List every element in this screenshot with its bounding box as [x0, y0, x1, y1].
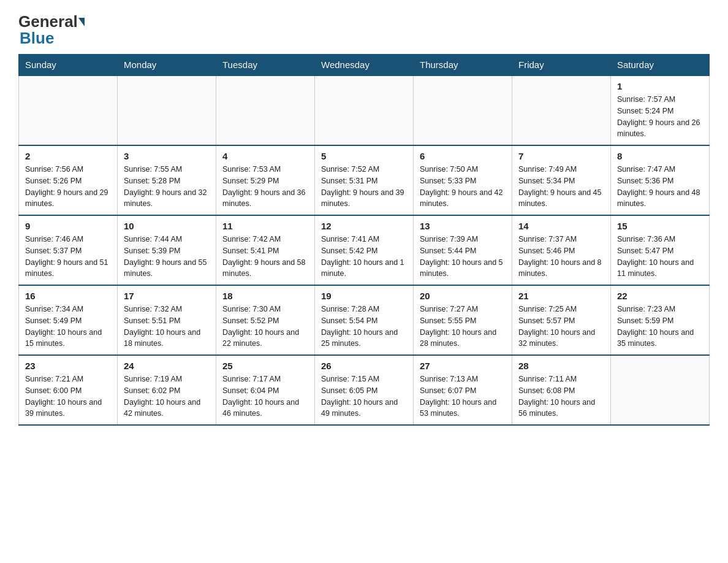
day-info: Sunrise: 7:50 AM Sunset: 5:33 PM Dayligh…: [420, 164, 506, 210]
calendar-cell: 16Sunrise: 7:34 AM Sunset: 5:49 PM Dayli…: [19, 285, 118, 355]
day-number: 25: [222, 361, 308, 371]
calendar-cell: 7Sunrise: 7:49 AM Sunset: 5:34 PM Daylig…: [512, 145, 611, 215]
column-header-wednesday: Wednesday: [315, 55, 414, 76]
day-info: Sunrise: 7:17 AM Sunset: 6:04 PM Dayligh…: [222, 373, 308, 419]
day-number: 10: [124, 221, 210, 231]
calendar-cell: [512, 75, 611, 145]
day-info: Sunrise: 7:37 AM Sunset: 5:46 PM Dayligh…: [518, 234, 604, 280]
day-number: 22: [617, 291, 703, 301]
calendar-week-row: 16Sunrise: 7:34 AM Sunset: 5:49 PM Dayli…: [19, 285, 710, 355]
calendar-cell: 9Sunrise: 7:46 AM Sunset: 5:37 PM Daylig…: [19, 215, 118, 285]
day-info: Sunrise: 7:41 AM Sunset: 5:42 PM Dayligh…: [321, 234, 407, 280]
day-info: Sunrise: 7:47 AM Sunset: 5:36 PM Dayligh…: [617, 164, 703, 210]
calendar-cell: 27Sunrise: 7:13 AM Sunset: 6:07 PM Dayli…: [414, 355, 512, 425]
day-number: 15: [617, 221, 703, 231]
calendar-cell: 12Sunrise: 7:41 AM Sunset: 5:42 PM Dayli…: [315, 215, 414, 285]
day-number: 9: [25, 221, 111, 231]
day-info: Sunrise: 7:42 AM Sunset: 5:41 PM Dayligh…: [222, 234, 308, 280]
day-number: 24: [124, 361, 210, 371]
calendar-header-row: SundayMondayTuesdayWednesdayThursdayFrid…: [19, 55, 710, 76]
column-header-monday: Monday: [118, 55, 216, 76]
calendar-cell: 14Sunrise: 7:37 AM Sunset: 5:46 PM Dayli…: [512, 215, 611, 285]
calendar-cell: 10Sunrise: 7:44 AM Sunset: 5:39 PM Dayli…: [118, 215, 216, 285]
day-number: 26: [321, 361, 407, 371]
day-info: Sunrise: 7:15 AM Sunset: 6:05 PM Dayligh…: [321, 373, 407, 419]
calendar-cell: 22Sunrise: 7:23 AM Sunset: 5:59 PM Dayli…: [611, 285, 710, 355]
calendar-cell: 13Sunrise: 7:39 AM Sunset: 5:44 PM Dayli…: [414, 215, 512, 285]
day-number: 11: [222, 221, 308, 231]
calendar-week-row: 2Sunrise: 7:56 AM Sunset: 5:26 PM Daylig…: [19, 145, 710, 215]
day-number: 2: [25, 151, 111, 161]
calendar-week-row: 23Sunrise: 7:21 AM Sunset: 6:00 PM Dayli…: [19, 355, 710, 425]
day-info: Sunrise: 7:19 AM Sunset: 6:02 PM Dayligh…: [124, 373, 210, 419]
calendar-cell: 23Sunrise: 7:21 AM Sunset: 6:00 PM Dayli…: [19, 355, 118, 425]
calendar-cell: [118, 75, 216, 145]
day-number: 8: [617, 151, 703, 161]
calendar-cell: 21Sunrise: 7:25 AM Sunset: 5:57 PM Dayli…: [512, 285, 611, 355]
calendar-cell: 5Sunrise: 7:52 AM Sunset: 5:31 PM Daylig…: [315, 145, 414, 215]
column-header-friday: Friday: [512, 55, 611, 76]
day-number: 20: [420, 291, 506, 301]
logo-triangle-icon: [78, 18, 85, 26]
day-info: Sunrise: 7:11 AM Sunset: 6:08 PM Dayligh…: [518, 373, 604, 419]
day-number: 5: [321, 151, 407, 161]
day-number: 4: [222, 151, 308, 161]
day-info: Sunrise: 7:28 AM Sunset: 5:54 PM Dayligh…: [321, 304, 407, 350]
day-info: Sunrise: 7:53 AM Sunset: 5:29 PM Dayligh…: [222, 164, 308, 210]
calendar-cell: 26Sunrise: 7:15 AM Sunset: 6:05 PM Dayli…: [315, 355, 414, 425]
day-number: 13: [420, 221, 506, 231]
calendar-cell: 3Sunrise: 7:55 AM Sunset: 5:28 PM Daylig…: [118, 145, 216, 215]
day-info: Sunrise: 7:44 AM Sunset: 5:39 PM Dayligh…: [124, 234, 210, 280]
day-number: 21: [518, 291, 604, 301]
day-number: 23: [25, 361, 111, 371]
calendar-table: SundayMondayTuesdayWednesdayThursdayFrid…: [18, 54, 710, 426]
logo-blue-part: Blue: [18, 29, 54, 48]
column-header-sunday: Sunday: [19, 55, 118, 76]
day-info: Sunrise: 7:25 AM Sunset: 5:57 PM Dayligh…: [518, 304, 604, 350]
calendar-cell: 11Sunrise: 7:42 AM Sunset: 5:41 PM Dayli…: [216, 215, 315, 285]
day-info: Sunrise: 7:39 AM Sunset: 5:44 PM Dayligh…: [420, 234, 506, 280]
calendar-cell: [414, 75, 512, 145]
logo: General Blue: [18, 12, 85, 48]
calendar-cell: 2Sunrise: 7:56 AM Sunset: 5:26 PM Daylig…: [19, 145, 118, 215]
calendar-cell: [611, 355, 710, 425]
day-info: Sunrise: 7:23 AM Sunset: 5:59 PM Dayligh…: [617, 304, 703, 350]
day-number: 7: [518, 151, 604, 161]
day-info: Sunrise: 7:57 AM Sunset: 5:24 PM Dayligh…: [617, 94, 703, 140]
day-info: Sunrise: 7:34 AM Sunset: 5:49 PM Dayligh…: [25, 304, 111, 350]
calendar-cell: 24Sunrise: 7:19 AM Sunset: 6:02 PM Dayli…: [118, 355, 216, 425]
day-info: Sunrise: 7:36 AM Sunset: 5:47 PM Dayligh…: [617, 234, 703, 280]
calendar-cell: 1Sunrise: 7:57 AM Sunset: 5:24 PM Daylig…: [611, 75, 710, 145]
calendar-cell: [19, 75, 118, 145]
day-info: Sunrise: 7:52 AM Sunset: 5:31 PM Dayligh…: [321, 164, 407, 210]
day-number: 1: [617, 81, 703, 91]
day-number: 6: [420, 151, 506, 161]
calendar-week-row: 9Sunrise: 7:46 AM Sunset: 5:37 PM Daylig…: [19, 215, 710, 285]
calendar-week-row: 1Sunrise: 7:57 AM Sunset: 5:24 PM Daylig…: [19, 75, 710, 145]
day-number: 28: [518, 361, 604, 371]
column-header-saturday: Saturday: [611, 55, 710, 76]
calendar-cell: 19Sunrise: 7:28 AM Sunset: 5:54 PM Dayli…: [315, 285, 414, 355]
day-info: Sunrise: 7:55 AM Sunset: 5:28 PM Dayligh…: [124, 164, 210, 210]
day-info: Sunrise: 7:46 AM Sunset: 5:37 PM Dayligh…: [25, 234, 111, 280]
day-info: Sunrise: 7:21 AM Sunset: 6:00 PM Dayligh…: [25, 373, 111, 419]
day-number: 17: [124, 291, 210, 301]
day-info: Sunrise: 7:32 AM Sunset: 5:51 PM Dayligh…: [124, 304, 210, 350]
day-info: Sunrise: 7:13 AM Sunset: 6:07 PM Dayligh…: [420, 373, 506, 419]
calendar-cell: 25Sunrise: 7:17 AM Sunset: 6:04 PM Dayli…: [216, 355, 315, 425]
calendar-cell: 17Sunrise: 7:32 AM Sunset: 5:51 PM Dayli…: [118, 285, 216, 355]
page-header: General Blue: [18, 12, 710, 48]
calendar-cell: [216, 75, 315, 145]
calendar-cell: 28Sunrise: 7:11 AM Sunset: 6:08 PM Dayli…: [512, 355, 611, 425]
calendar-cell: 4Sunrise: 7:53 AM Sunset: 5:29 PM Daylig…: [216, 145, 315, 215]
calendar-cell: 8Sunrise: 7:47 AM Sunset: 5:36 PM Daylig…: [611, 145, 710, 215]
calendar-cell: 15Sunrise: 7:36 AM Sunset: 5:47 PM Dayli…: [611, 215, 710, 285]
calendar-cell: [315, 75, 414, 145]
calendar-cell: 6Sunrise: 7:50 AM Sunset: 5:33 PM Daylig…: [414, 145, 512, 215]
calendar-cell: 20Sunrise: 7:27 AM Sunset: 5:55 PM Dayli…: [414, 285, 512, 355]
day-number: 3: [124, 151, 210, 161]
column-header-thursday: Thursday: [414, 55, 512, 76]
day-number: 14: [518, 221, 604, 231]
day-number: 27: [420, 361, 506, 371]
day-number: 16: [25, 291, 111, 301]
